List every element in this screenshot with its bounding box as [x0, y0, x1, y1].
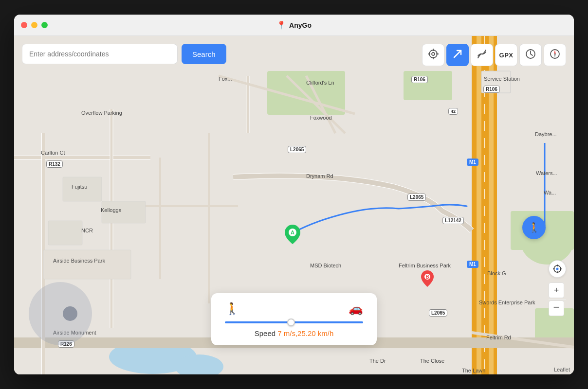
search-button[interactable]: Search [182, 44, 226, 64]
toolbar: GPX [422, 44, 566, 66]
zoom-controls: + − [549, 260, 566, 316]
badge-m1-bottom: M1 [467, 261, 478, 268]
label-wa: Wa... [544, 190, 556, 195]
location-pin-b[interactable]: B [421, 270, 434, 289]
badge-m1-top: M1 [467, 159, 478, 166]
label-the-lawn: The Lawn [462, 368, 485, 373]
app-icon: 📍 [276, 20, 286, 30]
badge-l2065-mid: L2065 [407, 194, 426, 201]
joystick[interactable] [29, 282, 92, 345]
route-button[interactable] [446, 44, 469, 66]
multi-route-icon [477, 49, 487, 62]
svg-point-49 [556, 268, 559, 270]
speed-slider-thumb[interactable] [287, 318, 295, 326]
locate-icon [428, 49, 439, 62]
label-the-close: The Close [420, 358, 444, 364]
speed-slider-track[interactable] [225, 321, 363, 323]
car-speed-icon: 🚗 [349, 302, 363, 316]
zoom-in-button[interactable]: + [549, 283, 564, 298]
label-ncr: NCR [81, 228, 93, 233]
walk-mode-button[interactable]: 🚶 [522, 216, 546, 239]
app-window: 📍 AnyGo [14, 15, 574, 374]
zoom-divider [549, 299, 566, 300]
svg-text:B: B [425, 274, 429, 280]
compass-icon [550, 49, 560, 62]
recenter-button[interactable] [549, 260, 566, 278]
locate-button[interactable] [422, 44, 444, 66]
svg-rect-30 [48, 221, 82, 245]
zoom-out-button[interactable]: − [549, 301, 564, 316]
label-carlton-ct: Carlton Ct [41, 150, 65, 156]
gpx-button[interactable]: GPX [495, 44, 517, 66]
label-drynam-rd: Drynam Rd [306, 173, 333, 179]
leaflet-credit: Leaflet [554, 367, 570, 372]
label-foxwood: Foxwood [310, 115, 332, 121]
label-foxwd-ln: Fox... [219, 76, 232, 82]
titlebar: 📍 AnyGo [14, 15, 574, 36]
search-input[interactable] [22, 44, 178, 64]
close-button[interactable] [21, 22, 27, 28]
speed-value: 7 m/s,25.20 km/h [277, 329, 333, 337]
label-kelloggs: Kelloggs [101, 207, 121, 213]
search-overlay: Search [22, 44, 226, 64]
history-button[interactable] [519, 44, 542, 66]
label-airside-business: Airside Business Park [53, 258, 105, 264]
label-feltrim: Feltrim Business Park [399, 263, 451, 268]
multi-route-button[interactable] [471, 44, 493, 66]
joystick-outer [29, 282, 92, 345]
label-waters: Waters... [536, 170, 557, 176]
route-icon [452, 49, 463, 62]
app-title-area: 📍 AnyGo [276, 20, 312, 30]
badge-l2065-bottom: L2065 [429, 309, 447, 317]
badge-r106-left: R106 [411, 76, 428, 83]
label-feltrim-rd: Feltrim Rd [486, 335, 511, 340]
app-title: AnyGo [289, 21, 312, 29]
badge-r132: R132 [46, 160, 63, 168]
label-block-g: Block G [487, 270, 506, 276]
walk-speed-icon: 🚶 [225, 302, 239, 316]
svg-rect-9 [477, 36, 481, 374]
speed-text: Speed 7 m/s,25.20 km/h [225, 329, 363, 337]
svg-text:A: A [291, 230, 294, 235]
label-the-dr: The Dr [369, 358, 386, 364]
history-icon [525, 49, 536, 62]
badge-r106-right: R106 [483, 86, 500, 93]
walk-icon: 🚶 [528, 222, 540, 233]
joystick-knob [63, 306, 77, 321]
gpx-label: GPX [499, 52, 514, 59]
svg-marker-47 [554, 53, 556, 58]
speed-icons-row: 🚶 🚗 [225, 302, 363, 316]
badge-r42: 42 [448, 108, 458, 115]
maximize-button[interactable] [41, 22, 48, 28]
label-service-station: Service Station [484, 76, 520, 82]
traffic-lights [21, 22, 48, 28]
label-cliffords: Clifford's Ln [306, 80, 334, 86]
label-msd: MSD Biotech [310, 263, 341, 268]
label-overflow-parking: Overflow Parking [81, 110, 122, 116]
label-daybre: Daybre... [535, 131, 557, 137]
map-container[interactable]: Overflow Parking Carlton Ct Fujitsu Kell… [14, 36, 574, 374]
label-swords: Swords Enterprise Park [479, 300, 535, 305]
label-fujitsu: Fujitsu [72, 184, 87, 190]
speed-panel: 🚶 🚗 Speed 7 m/s,25.20 km/h [211, 293, 377, 345]
badge-l2065-top: L2065 [288, 146, 306, 153]
svg-point-38 [429, 50, 437, 58]
svg-rect-31 [43, 250, 131, 279]
badge-l12142: L12142 [442, 217, 464, 224]
compass-settings-button[interactable] [544, 44, 566, 66]
minimize-button[interactable] [31, 22, 37, 28]
svg-point-39 [432, 53, 435, 55]
svg-rect-2 [404, 71, 452, 100]
location-pin-a[interactable]: A [285, 225, 300, 246]
